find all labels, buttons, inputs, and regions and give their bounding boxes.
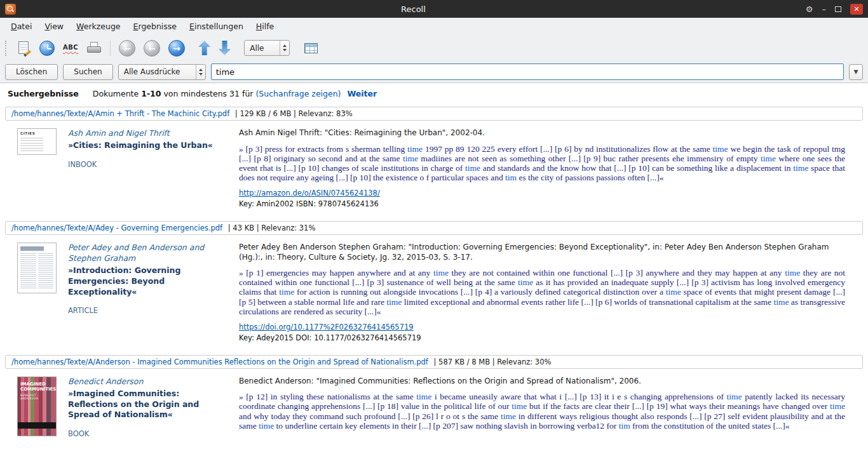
menu-datei[interactable]: Datei [5,19,37,34]
print-icon[interactable] [86,42,102,55]
spinner-down-icon [199,73,203,76]
result-doc-type: BOOK [68,429,228,438]
snippet-text: and standards and the know how that [...… [480,163,793,173]
result-thumbnail[interactable]: CITIES [17,128,57,155]
result-path-link[interactable]: /home/hannes/Texte/A/Amin + Thrift - The… [11,109,229,118]
result-citation: Ash Amin Nigel Thrift: "Cities: Reimagin… [239,128,845,138]
toolbar-separator [110,41,111,56]
snippet-text: from the constitution of the united stat… [630,421,790,431]
erase-search-icon[interactable] [17,41,31,56]
results-docs-label: Dokumente [93,89,139,98]
result-key: Key: Amin2002 ISBN: 9780745624136 [239,199,845,208]
gear-icon[interactable]: ⚙ [806,5,813,13]
search-history-dropdown[interactable]: ▼ [849,64,863,80]
highlighted-term: time [465,163,480,173]
close-button[interactable]: ✕ [850,4,863,15]
menubar: Datei View Werkzeuge Ergebnisse Einstell… [0,18,868,35]
printer-body-glyph [87,46,101,53]
result-path-bar: /home/hannes/Texte/A/Anderson - Imagined… [5,355,863,369]
result-meta: | 129 KB / 6 MB | Relevanz: 83% [235,109,353,118]
highlighted-term: time [518,277,533,287]
result-meta-column: Peter Adey and Ben Anderson and Stephen … [68,243,228,342]
show-query-link[interactable]: (Suchanfrage zeigen) [255,89,341,98]
toolbar-handle[interactable] [5,41,8,56]
menu-einstellungen[interactable]: Einstellungen [184,19,249,34]
snippet-text: » [p 1] emergencies may happen anywhere … [239,268,433,277]
search-mode-spinner[interactable] [196,65,205,79]
result-url-link[interactable]: http://amazon.de/o/ASIN/0745624138/ [239,189,845,197]
results-connector: von mindestens 31 für [163,89,253,98]
highlighted-term: time [713,144,728,154]
highlighted-term: time [386,297,402,307]
menu-ergebnisse[interactable]: Ergebnisse [128,19,183,34]
highlighted-term: time [512,401,527,411]
thumbnail-band [18,422,56,429]
toolbar: ABC ← ← → Alle [0,35,868,61]
result-snippet-column: Ash Amin Nigel Thrift: "Cities: Reimagin… [239,128,845,208]
maximize-button[interactable] [835,6,841,12]
menu-werkzeuge[interactable]: Werkzeuge [71,19,126,34]
search-button[interactable]: Suchen [63,64,112,80]
previous-page-icon[interactable]: ← [144,40,160,57]
next-page-icon[interactable]: → [168,40,185,57]
results-as-table-icon[interactable] [304,43,318,53]
result-url-link[interactable]: https://doi.org/10.1177%2F02632764145657… [239,323,845,331]
highlighted-term: time [403,154,418,163]
recoll-app-icon [5,4,16,15]
first-page-icon[interactable]: ← [119,40,135,57]
results-summary: Suchergebnisse Dokumente 1-10 von mindes… [0,83,868,103]
highlighted-term: time [830,401,845,411]
search-bar: Löschen Suchen Alle Ausdrücke ▼ [0,61,868,83]
highlighted-term: time [785,268,800,277]
highlighted-term: time [666,287,681,297]
snippet-text: and why today they command such profound… [239,411,501,421]
highlighted-term: time [727,392,742,401]
search-mode-combo[interactable]: Alle Ausdrücke [118,64,206,80]
result-thumbnail[interactable]: IMAGINED COMMUNITIES BENEDICT ANDERSON [17,377,57,436]
thumbnail-title-text: IMAGINED COMMUNITIES [18,377,56,392]
minimize-button[interactable]: – [822,5,827,13]
menu-hilfe[interactable]: Hilfe [250,19,280,34]
search-input[interactable] [211,63,844,80]
thumbnail-text-lines [20,138,43,152]
highlighted-term: tim [619,421,630,431]
menu-view[interactable]: View [39,19,69,34]
result-path-bar: /home/hannes/Texte/A/Adey - Governing Em… [5,221,863,235]
spinner-up-icon [283,44,287,47]
window-title: Recoll [21,4,806,14]
result-meta-column: Benedict Anderson »Imagined Communities:… [68,377,228,439]
snippet-text: to underline certain key elements in the… [274,421,619,431]
next-result-icon[interactable] [219,41,231,55]
result-doc-type: ARTICLE [68,306,228,315]
result-title: »Imagined Communities: Reflections on th… [68,389,228,421]
term-explorer-icon[interactable]: ABC [63,44,78,53]
highlighted-term: time [259,421,274,431]
snippet-text: » [p 3] press for extracts from s sherma… [239,144,407,154]
result-entry: /home/hannes/Texte/A/Amin + Thrift - The… [0,107,868,217]
thumbnail-header-block [20,246,44,251]
highlighted-term: time [501,411,516,421]
result-snippet-column: Benedict Anderson: "Imagined Communities… [239,377,845,439]
document-history-icon[interactable] [39,41,55,56]
next-page-link[interactable]: Weiter [347,89,377,98]
snippet-text: i became uneasily aware that what i [...… [431,392,726,401]
result-body: CITIES Ash Amin and Nigel Thrift »Cities… [0,121,868,217]
result-path-link[interactable]: /home/hannes/Texte/A/Adey - Governing Em… [11,224,222,232]
highlighted-term: time [773,297,789,307]
result-key: Key: Adey2015 DOI: 10.1177/0263276414565… [239,333,845,342]
result-snippet: » [p 3] press for extracts from s sherma… [239,144,845,182]
combo-spinner[interactable] [280,41,289,55]
thumbnail-title-text: CITIES [20,131,53,135]
result-entry: /home/hannes/Texte/A/Adey - Governing Em… [0,221,868,351]
result-path-link[interactable]: /home/hannes/Texte/A/Anderson - Imagined… [11,357,428,366]
thumbnail-author-text: BENEDICT ANDERSON [18,392,56,400]
clear-button[interactable]: Löschen [5,64,58,80]
result-thumbnail[interactable] [17,243,57,293]
result-snippet: » [p 1] emergencies may happen anywhere … [239,268,845,316]
category-filter-combo[interactable]: Alle [244,40,290,56]
titlebar: Recoll ⚙ – ✕ [0,0,868,18]
result-body: IMAGINED COMMUNITIES BENEDICT ANDERSON B… [0,369,868,448]
highlighted-term: tim [505,173,517,182]
previous-result-icon[interactable] [198,41,210,55]
thumbnail-text-columns [20,253,53,289]
